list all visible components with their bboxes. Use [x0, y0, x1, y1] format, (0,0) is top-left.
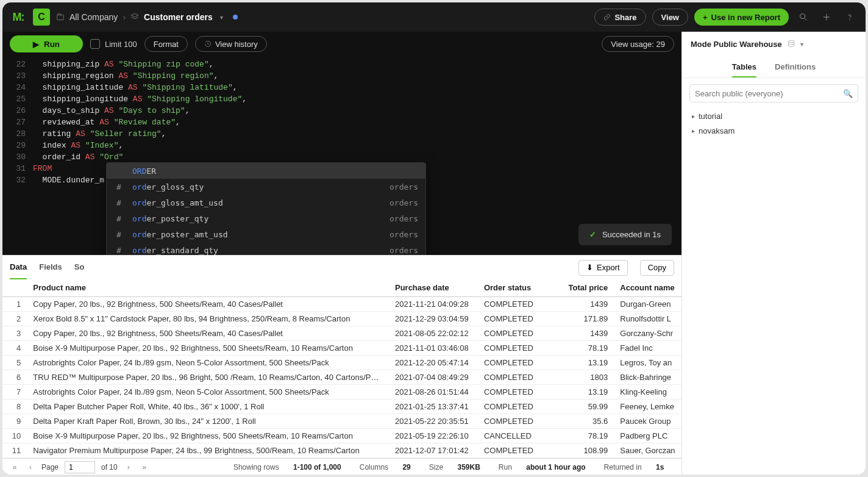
link-icon: [603, 13, 611, 21]
autocomplete-item[interactable]: #order_poster_qtyorders: [107, 210, 425, 226]
code-line[interactable]: 22 shipping_zip AS "Shipping zip code",: [2, 59, 681, 70]
schema-search[interactable]: 🔍: [689, 84, 858, 102]
column-header-total-price[interactable]: Total price: [547, 279, 614, 296]
svg-point-1: [800, 14, 805, 19]
pager-last-icon[interactable]: »: [140, 463, 149, 472]
top-bar: M: C All Company › Customer orders ▾ Sha…: [2, 2, 866, 32]
column-header-index[interactable]: [2, 279, 27, 296]
view-history-button[interactable]: View history: [195, 36, 267, 52]
code-line[interactable]: 23 shipping_region AS "Shipping region",: [2, 70, 681, 82]
caret-down-icon: ▾: [800, 41, 803, 48]
download-icon: ⬇: [586, 263, 593, 272]
table-row[interactable]: 1Copy Paper, 20 lbs., 92 Brightness, 500…: [2, 296, 681, 311]
check-icon: ✓: [589, 230, 596, 239]
autocomplete-item[interactable]: #order_poster_amt_usdorders: [107, 226, 425, 242]
limit-100-checkbox[interactable]: [90, 39, 100, 49]
autocomplete-item[interactable]: #order_gloss_qtyorders: [107, 179, 425, 195]
table-row[interactable]: 6TRU RED™ Multipurpose Paper, 20 lbs., 9…: [2, 370, 681, 384]
view-button[interactable]: View: [652, 9, 688, 26]
code-line[interactable]: 28 rating AS "Seller rating",: [2, 128, 681, 140]
hash-icon: #: [114, 182, 124, 192]
svg-point-2: [850, 20, 850, 20]
schema-tree-item[interactable]: novaksam: [692, 123, 856, 138]
table-row[interactable]: 5Astrobrights Color Paper, 24 lb./89 gsm…: [2, 355, 681, 370]
collection-logo-icon[interactable]: C: [33, 9, 50, 26]
pager-first-icon[interactable]: «: [10, 463, 20, 472]
column-header-account-name[interactable]: Account name: [614, 279, 681, 296]
code-line[interactable]: 27 reviewed_at AS "Review date",: [2, 117, 681, 128]
code-line[interactable]: 25 shipping_longitude AS "Shipping longi…: [2, 93, 681, 105]
table-row[interactable]: 7Astrobrights Color Paper, 24 lb./89 gsm…: [2, 384, 681, 399]
results-tab-bar: Data Fields So ⬇ Export Copy: [2, 255, 681, 279]
tab-source[interactable]: So: [74, 256, 85, 279]
pager-next-icon[interactable]: ›: [124, 463, 133, 472]
search-icon[interactable]: [795, 9, 812, 26]
dataset-icon: [130, 13, 139, 21]
svg-rect-0: [57, 15, 64, 20]
chevron-right-icon: ›: [123, 12, 126, 22]
unsaved-indicator-icon: [233, 15, 238, 20]
breadcrumb: All Company › Customer orders ▾: [56, 12, 238, 22]
pager-page-input[interactable]: [65, 461, 95, 473]
query-success-toast: ✓ Succeeded in 1s: [578, 224, 672, 245]
panel-tab-tables[interactable]: Tables: [732, 62, 756, 77]
hash-icon: #: [114, 246, 124, 255]
view-usage-button[interactable]: View usage: 29: [602, 36, 674, 52]
column-header-order-status[interactable]: Order status: [478, 279, 547, 296]
panel-tab-definitions[interactable]: Definitions: [775, 62, 816, 77]
hash-icon: #: [114, 198, 124, 207]
mode-logo-icon[interactable]: M:: [10, 9, 27, 26]
database-icon: [787, 40, 795, 48]
tab-fields[interactable]: Fields: [39, 256, 62, 279]
schema-panel: Mode Public Warehouse ▾ Tables Definitio…: [681, 32, 866, 475]
plus-icon: +: [703, 13, 708, 22]
use-in-new-report-button[interactable]: + Use in new Report: [694, 9, 789, 26]
code-line[interactable]: 29 index AS "Index",: [2, 140, 681, 151]
sql-editor[interactable]: 22 shipping_zip AS "Shipping zip code",2…: [2, 56, 681, 255]
column-header-purchase-date[interactable]: Purchase date: [389, 279, 478, 296]
autocomplete-item[interactable]: #order_standard_qtyorders: [107, 242, 425, 255]
autocomplete-popup[interactable]: ORDER#order_gloss_qtyorders#order_gloss_…: [106, 162, 426, 255]
history-icon: [204, 40, 212, 48]
table-row[interactable]: 3Copy Paper, 20 lbs., 92 Brightness, 500…: [2, 326, 681, 340]
run-button[interactable]: ▶ Run: [10, 35, 83, 52]
pager-prev-icon[interactable]: ‹: [26, 463, 35, 472]
connection-selector[interactable]: Mode Public Warehouse ▾: [682, 32, 866, 56]
action-bar: ▶ Run Limit 100 Format View history View…: [2, 32, 681, 56]
copy-button[interactable]: Copy: [640, 260, 674, 276]
hash-icon: #: [114, 214, 124, 223]
hash-icon: #: [114, 230, 124, 239]
format-button[interactable]: Format: [144, 36, 188, 52]
table-row[interactable]: 11Navigator Premium Multipurpose Paper, …: [2, 443, 681, 457]
schema-search-input[interactable]: [695, 89, 843, 98]
code-line[interactable]: 24 shipping_latitude AS "Shipping latitu…: [2, 82, 681, 93]
autocomplete-item[interactable]: ORDER: [107, 163, 425, 179]
code-line[interactable]: 30 order_id AS "Ord": [2, 151, 681, 163]
limit-100-label: Limit 100: [105, 40, 137, 49]
code-line[interactable]: 26 days_to_ship AS "Days to ship",: [2, 105, 681, 117]
share-button[interactable]: Share: [594, 9, 646, 26]
results-grid[interactable]: Product name Purchase date Order status …: [2, 279, 681, 458]
svg-point-3: [788, 40, 794, 43]
column-header-product-name[interactable]: Product name: [27, 279, 389, 296]
table-row[interactable]: 2Xerox Bold 8.5" x 11" Cardstock Paper, …: [2, 311, 681, 326]
table-row[interactable]: 9Delta Paper Kraft Paper Roll, Brown, 30…: [2, 414, 681, 428]
add-icon[interactable]: [818, 9, 835, 26]
export-button[interactable]: ⬇ Export: [578, 260, 628, 276]
report-title[interactable]: Customer orders: [144, 12, 213, 22]
tab-data[interactable]: Data: [10, 256, 27, 279]
pager-bar: « ‹ Page of 10 › » Showing rows 1-100 of…: [2, 458, 681, 475]
schema-tree-item[interactable]: tutorial: [692, 109, 856, 123]
autocomplete-item[interactable]: #order_gloss_amt_usdorders: [107, 195, 425, 210]
table-row[interactable]: 10Boise X-9 Multipurpose Paper, 20 lbs.,…: [2, 428, 681, 443]
search-icon: 🔍: [843, 89, 853, 98]
caret-down-icon[interactable]: ▾: [220, 14, 223, 21]
help-icon[interactable]: [841, 9, 858, 26]
breadcrumb-workspace[interactable]: All Company: [69, 12, 118, 22]
folder-icon: [56, 13, 65, 21]
table-row[interactable]: 8Delta Paper Butcher Paper Roll, White, …: [2, 399, 681, 414]
table-row[interactable]: 4Boise X-9 Multipurpose Paper, 20 lbs., …: [2, 340, 681, 355]
play-icon: ▶: [33, 40, 39, 49]
